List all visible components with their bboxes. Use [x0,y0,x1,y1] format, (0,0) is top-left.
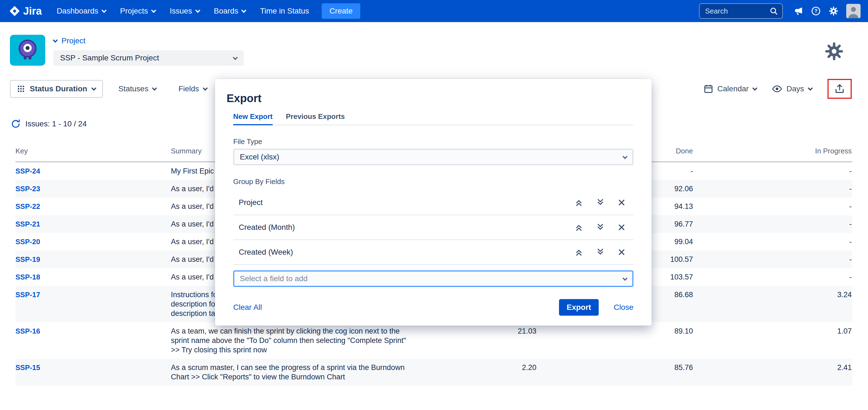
export-submit-button[interactable]: Export [559,299,599,316]
jira-logo-text: Jira [23,5,42,17]
group-field-label: Created (Month) [239,223,295,232]
group-by-fields-list: Project Created (Month) Created (Week) [233,191,633,265]
move-up-icon[interactable] [575,198,583,207]
in-progress-value: - [693,237,852,246]
tab-new-export[interactable]: New Export [233,112,273,125]
move-down-icon[interactable] [596,198,605,207]
issue-key-link[interactable]: SSP-22 [16,202,171,211]
add-field-select[interactable]: Select a field to add [233,270,633,287]
in-progress-value: - [693,184,852,194]
in-progress-value: 2.41 [693,363,852,372]
issue-key-link[interactable]: SSP-16 [16,326,171,336]
chevron-down-icon [92,86,96,90]
in-progress-value: 3.24 [693,290,852,299]
group-field-row: Project [233,191,633,215]
refresh-icon[interactable] [11,119,21,128]
issue-key-link[interactable]: SSP-19 [16,255,171,264]
export-modal: Export New Export Previous Exports File … [215,79,652,326]
chevron-down-icon [53,37,58,42]
jira-logo-icon [9,5,21,17]
in-progress-value: - [693,166,852,176]
status-value: 21.03 [435,326,536,336]
settings-gear-icon[interactable] [825,2,842,20]
nav-time-in-status[interactable]: Time in Status [253,0,316,22]
in-progress-value: - [693,255,852,264]
issue-key-link[interactable]: SSP-17 [16,290,171,299]
move-down-icon[interactable] [596,248,605,257]
export-icon-button[interactable] [833,82,846,95]
column-header-in-progress: In Progress [693,147,852,155]
chevron-down-icon [622,154,627,159]
project-avatar[interactable] [10,35,45,66]
in-progress-value: - [693,202,852,211]
svg-text:?: ? [814,8,817,14]
remove-field-icon[interactable] [617,223,626,232]
chevron-down-icon [752,86,757,90]
in-progress-value: - [693,272,852,282]
export-upload-icon [834,83,845,94]
in-progress-value: 1.07 [693,326,852,336]
chevron-down-icon [101,8,106,13]
report-type-button[interactable]: Status Duration [10,80,103,98]
issue-key-link[interactable]: SSP-18 [16,272,171,282]
done-value: 89.10 [536,326,693,336]
nav-issues[interactable]: Issues [163,0,207,22]
jira-logo[interactable]: Jira [9,5,42,17]
issues-count: Issues: 1 - 10 / 24 [25,119,87,128]
user-avatar[interactable] [846,4,861,18]
table-row[interactable]: SSP-15As a scrum master, I can see the p… [16,359,852,386]
chevron-down-icon [232,55,238,60]
chevron-down-icon [152,86,157,90]
modal-footer: Clear All Export Close [233,299,633,316]
move-up-icon[interactable] [575,248,583,257]
issue-summary: As a scrum master, I can see the progres… [171,363,435,382]
help-icon[interactable]: ? [807,2,825,20]
move-up-icon[interactable] [575,223,583,232]
fields-dropdown[interactable]: Fields [178,84,207,93]
nav-dashboards[interactable]: Dashboards [50,0,113,22]
group-field-row: Created (Month) [233,215,633,240]
remove-field-icon[interactable] [617,248,626,256]
status-value: 2.20 [435,363,536,372]
chevron-down-icon [808,86,813,90]
search-input[interactable] [705,7,770,16]
issue-key-link[interactable]: SSP-15 [16,363,171,372]
issue-key-link[interactable]: SSP-20 [16,237,171,246]
statuses-dropdown[interactable]: Statuses [118,84,156,93]
group-field-label: Project [239,198,263,207]
export-button-highlight [828,79,852,99]
issue-key-link[interactable]: SSP-21 [16,219,171,229]
file-type-label: File Type [233,138,633,146]
chevron-down-icon [195,8,200,13]
modal-title: Export [226,92,633,105]
tab-previous-exports[interactable]: Previous Exports [286,112,345,125]
issue-key-link[interactable]: SSP-23 [16,184,171,194]
chevron-down-icon [242,8,246,13]
eye-icon [772,85,782,93]
nav-projects[interactable]: Projects [113,0,163,22]
unit-days-dropdown[interactable]: Days [772,84,812,93]
issue-summary: As a team, we can finish the sprint by c… [171,326,435,355]
column-header-key: Key [16,147,171,155]
group-field-label: Created (Week) [239,248,293,257]
issue-key-link[interactable]: SSP-24 [16,166,171,176]
move-down-icon[interactable] [596,223,605,232]
in-progress-value: - [693,219,852,229]
project-breadcrumb[interactable]: Project [54,36,244,45]
page-settings-gear-icon[interactable] [824,41,844,61]
clear-all-link[interactable]: Clear All [233,303,262,312]
close-link[interactable]: Close [614,303,633,312]
calendar-dropdown[interactable]: Calendar [704,84,757,93]
chevron-down-icon [151,8,156,13]
group-field-row: Created (Week) [233,240,633,265]
remove-field-icon[interactable] [617,198,626,207]
table-row[interactable]: SSP-16As a team, we can finish the sprin… [16,322,852,359]
file-type-select[interactable]: Excel (xlsx) [233,149,633,165]
project-header: Project SSP - Sample Scrum Project [0,35,868,66]
project-select[interactable]: SSP - Sample Scrum Project [54,50,244,66]
search-icon [770,7,778,15]
create-button[interactable]: Create [322,3,360,19]
search-box[interactable] [699,3,783,19]
feedback-megaphone-icon[interactable] [789,2,807,20]
nav-boards[interactable]: Boards [207,0,253,22]
